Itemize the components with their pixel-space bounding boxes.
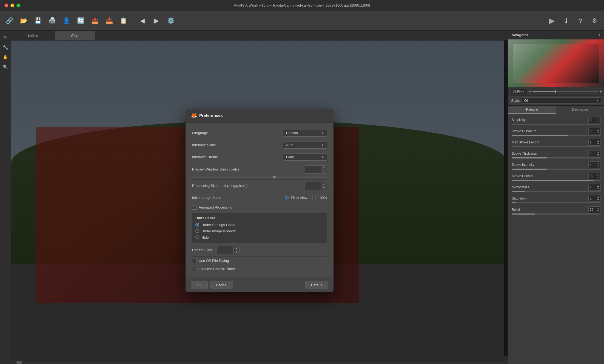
toolbar-print-icon[interactable]: 🖨️ [46,15,58,27]
param-slider[interactable] [512,180,601,181]
param-up-icon[interactable]: ▲ [597,140,599,142]
param-up-icon[interactable]: ▲ [597,196,599,198]
toolbar-play-icon[interactable]: ▶ [546,15,558,27]
h-scrollbar[interactable] [11,360,508,364]
navigator-collapse-icon[interactable]: ▼ [598,33,601,36]
param-down-icon[interactable]: ▼ [597,142,599,145]
param-value-box[interactable]: 1 ▲ ▼ [588,139,601,146]
tool-brush[interactable]: ✏ [1,33,10,42]
recent-files-up-button[interactable]: ▲ [234,246,239,250]
param-value-box[interactable]: 92 ▲ ▼ [588,173,601,179]
param-down-icon[interactable]: ▼ [597,176,599,179]
recent-files-down-button[interactable]: ▼ [234,250,239,254]
param-up-icon[interactable]: ▲ [597,207,599,210]
preview-size-input[interactable]: 600 [304,166,321,172]
hints-hide-row[interactable]: Hide [195,234,324,241]
zoom-slider[interactable] [532,91,598,92]
param-down-icon[interactable]: ▼ [597,131,599,134]
tab-after[interactable]: After [55,31,95,40]
toolbar-save-icon[interactable]: 💾 [32,15,44,27]
percent-100-radio[interactable] [312,196,316,200]
tool-hand[interactable]: ✋ [1,53,10,61]
param-value-box[interactable]: 4 ▲ ▼ [588,161,601,168]
param-value-box[interactable]: 63 ▲ ▼ [588,128,601,134]
zoom-display[interactable]: 33.9% ▼ [511,89,527,94]
toolbar-export1-icon[interactable]: 📤 [89,15,101,27]
hints-under-image-radio[interactable] [195,229,199,233]
param-slider[interactable] [512,213,601,215]
default-button[interactable]: Default [305,281,328,289]
zoom-out-icon[interactable]: − [529,89,531,94]
param-slider[interactable] [512,169,601,170]
param-value-box[interactable]: 15 ▲ ▼ [588,184,601,190]
ok-button[interactable]: OK [191,281,208,289]
toolbar-link-icon[interactable]: 🔗 [3,15,15,27]
window-controls[interactable] [4,4,20,7]
tab-before[interactable]: Before [11,31,55,40]
param-down-icon[interactable]: ▼ [597,210,599,212]
tool-eraser[interactable]: 🔧 [1,43,10,51]
tab-decoration[interactable]: Decoration [556,106,604,114]
param-up-icon[interactable]: ▲ [597,128,599,131]
recent-files-input[interactable]: 10 [217,247,233,253]
fit-to-view-radio[interactable] [285,196,289,200]
param-slider[interactable] [512,124,601,125]
param-value-box[interactable]: 5 ▲ ▼ [588,195,601,202]
hints-under-settings-row[interactable]: Under Settings Panel [195,222,324,228]
param-value-box[interactable]: 26 ▲ ▼ [588,206,601,213]
param-slider[interactable] [512,146,601,147]
param-down-icon[interactable]: ▼ [597,120,599,123]
hints-under-settings-radio[interactable] [195,223,199,227]
hints-under-image-row[interactable]: Under Image Window [195,228,324,234]
param-value-box[interactable]: 4 ▲ ▼ [588,150,601,157]
toolbar-user-icon[interactable]: 👤 [60,15,72,27]
preview-slider[interactable] [192,177,327,178]
param-down-icon[interactable]: ▼ [597,154,599,156]
param-up-icon[interactable]: ▲ [597,173,599,176]
toolbar-refresh-icon[interactable]: 🔄 [75,15,87,27]
tool-zoom[interactable]: 🔍 [1,62,10,71]
toolbar-clipboard-icon[interactable]: 📋 [117,15,129,27]
hints-hide-radio[interactable] [195,235,199,239]
lock-control-panel-checkbox[interactable]: ✓ [192,267,196,271]
interface-scale-select[interactable]: Auto ▼ [283,141,327,149]
processing-limit-up-button[interactable]: ▲ [321,182,327,186]
toolbar-undo-icon[interactable]: ◀ [136,15,148,27]
recent-files-spinbox[interactable]: 10 ▲ ▼ [217,246,240,254]
language-select[interactable]: English ▼ [283,129,327,137]
preview-size-spinbox[interactable]: 600 ▲ ▼ [304,165,327,174]
cancel-button[interactable]: Cancel [210,281,233,289]
processing-limit-input[interactable]: 3 [304,183,321,189]
param-slider[interactable] [512,135,601,136]
toolbar-info-icon[interactable]: ℹ [560,15,572,27]
param-up-icon[interactable]: ▲ [597,162,599,165]
param-down-icon[interactable]: ▼ [597,187,599,190]
percent-100-option[interactable]: 100% [312,195,327,201]
toolbar-export2-icon[interactable]: 📥 [103,15,115,27]
fit-to-view-option[interactable]: Fit to View [285,195,307,201]
close-button[interactable] [4,4,8,7]
zoom-in-icon[interactable]: + [600,89,602,94]
animated-processing-checkbox[interactable]: ✓ [192,205,196,210]
maximize-button[interactable] [16,4,20,7]
param-value-box[interactable]: 0 ▲ ▼ [588,117,601,123]
param-slider[interactable] [512,157,601,158]
tab-painting[interactable]: Painting [508,106,556,114]
toolbar-prefs-icon[interactable]: ⚙ [589,15,601,27]
toolbar-open-icon[interactable]: 📂 [18,15,30,27]
toolbar-redo-icon[interactable]: ▶ [150,15,163,27]
use-os-dialog-checkbox[interactable]: ✓ [192,259,196,263]
interface-theme-select[interactable]: Gray ▼ [283,153,327,161]
processing-limit-down-button[interactable]: ▼ [321,186,327,190]
preview-size-up-button[interactable]: ▲ [321,166,327,169]
style-select[interactable]: Oil ▼ [522,97,601,104]
preview-size-down-button[interactable]: ▼ [321,169,327,173]
minimize-button[interactable] [10,4,14,7]
param-up-icon[interactable]: ▲ [597,117,599,120]
toolbar-help-icon[interactable]: ? [574,15,586,27]
processing-limit-spinbox[interactable]: 3 ▲ ▼ [304,182,327,190]
param-up-icon[interactable]: ▲ [597,151,599,154]
param-slider[interactable] [512,191,601,192]
param-up-icon[interactable]: ▲ [597,184,599,187]
param-slider[interactable] [512,202,601,203]
